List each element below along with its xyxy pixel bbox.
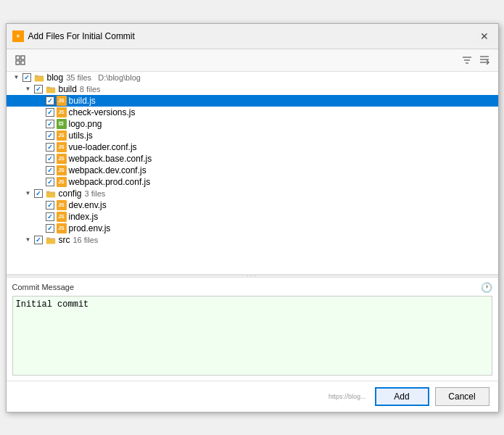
folder-icon-config bbox=[45, 188, 57, 199]
checkbox-webpack-base[interactable] bbox=[46, 154, 54, 163]
checkbox-build-js[interactable] bbox=[46, 96, 54, 105]
checkbox-check-versions[interactable] bbox=[46, 108, 54, 117]
checkbox-src[interactable] bbox=[34, 236, 43, 244]
add-button[interactable]: Add bbox=[375, 387, 429, 406]
expand-build-icon bbox=[24, 85, 33, 94]
tree-item-logo[interactable]: 🖼 logo.png bbox=[7, 118, 498, 130]
expand-empty-icon5 bbox=[36, 143, 44, 152]
tree-item-build[interactable]: build 8 files bbox=[7, 83, 498, 95]
dialog-icon: + bbox=[12, 30, 24, 42]
tree-item-utils-label: utils.js bbox=[69, 130, 93, 141]
svg-rect-4 bbox=[16, 61, 20, 65]
toolbar-right bbox=[459, 52, 492, 68]
checkbox-dev-env[interactable] bbox=[46, 201, 54, 210]
tree-item-build-js[interactable]: JS build.js bbox=[7, 95, 498, 107]
expand-blog-icon bbox=[12, 73, 21, 82]
commit-section: Commit Message 🕐 Initial commit bbox=[7, 278, 498, 381]
group-button[interactable] bbox=[12, 52, 28, 68]
expand-empty-icon7 bbox=[36, 166, 44, 175]
expand-empty-icon2 bbox=[36, 108, 44, 117]
tree-item-src[interactable]: src 16 files bbox=[7, 234, 498, 246]
tree-item-webpack-dev-label: webpack.dev.conf.js bbox=[69, 165, 146, 175]
js-file-icon6: JS bbox=[57, 165, 67, 175]
collapse-button[interactable] bbox=[476, 52, 492, 68]
tree-item-webpack-dev[interactable]: JS webpack.dev.conf.js bbox=[7, 165, 498, 176]
expand-empty-icon11 bbox=[36, 224, 44, 233]
expand-empty-icon4 bbox=[36, 131, 44, 140]
js-file-icon7: JS bbox=[57, 177, 67, 187]
title-bar-left: + Add Files For Initial Commit bbox=[12, 30, 135, 42]
svg-rect-5 bbox=[21, 61, 25, 65]
folder-icon-build bbox=[45, 84, 57, 94]
tree-item-config-label: config bbox=[59, 188, 82, 199]
expand-empty-icon bbox=[36, 96, 44, 105]
url-watermark: https://blog... bbox=[329, 393, 369, 400]
tree-item-build-label: build bbox=[59, 84, 77, 94]
checkbox-utils[interactable] bbox=[46, 131, 54, 140]
folder-icon-blog bbox=[33, 72, 45, 83]
tree-item-blog-meta: 35 files D:\blog\blog bbox=[66, 73, 141, 82]
filter-button[interactable] bbox=[459, 52, 475, 68]
tree-item-blog-label: blog bbox=[47, 72, 64, 83]
commit-textarea[interactable]: Initial commit bbox=[12, 296, 492, 376]
tree-item-utils[interactable]: JS utils.js bbox=[7, 130, 498, 141]
js-file-icon: JS bbox=[57, 96, 67, 106]
js-file-icon2: JS bbox=[57, 107, 67, 117]
svg-text:+: + bbox=[16, 33, 20, 40]
tree-item-webpack-base-label: webpack.base.conf.js bbox=[69, 154, 152, 164]
close-button[interactable]: ✕ bbox=[476, 28, 492, 44]
tree-item-dev-env[interactable]: JS dev.env.js bbox=[7, 199, 498, 211]
toolbar bbox=[7, 49, 498, 72]
expand-empty-icon3 bbox=[36, 120, 44, 128]
tree-item-src-meta: 16 files bbox=[73, 236, 99, 244]
clock-icon: 🕐 bbox=[481, 282, 492, 293]
js-file-icon5: JS bbox=[57, 154, 67, 164]
commit-label-text: Commit Message bbox=[12, 283, 75, 291]
expand-empty-icon8 bbox=[36, 178, 44, 186]
tree-item-config-meta: 3 files bbox=[85, 189, 106, 198]
tree-item-prod-env[interactable]: JS prod.env.js bbox=[7, 223, 498, 234]
dialog: + Add Files For Initial Commit ✕ bbox=[6, 23, 499, 413]
checkbox-webpack-prod[interactable] bbox=[46, 178, 54, 186]
checkbox-config[interactable] bbox=[34, 189, 43, 198]
tree-item-check-versions[interactable]: JS check-versions.js bbox=[7, 107, 498, 118]
tree-item-check-versions-label: check-versions.js bbox=[69, 107, 136, 117]
expand-empty-icon9 bbox=[36, 201, 44, 210]
js-file-icon10: JS bbox=[57, 223, 67, 233]
img-file-icon: 🖼 bbox=[57, 119, 67, 129]
checkbox-logo[interactable] bbox=[46, 120, 54, 128]
tree-item-src-label: src bbox=[59, 235, 70, 245]
expand-empty-icon6 bbox=[36, 154, 44, 163]
checkbox-webpack-dev[interactable] bbox=[46, 166, 54, 175]
tree-item-prod-env-label: prod.env.js bbox=[69, 223, 111, 233]
svg-rect-3 bbox=[21, 56, 25, 59]
checkbox-prod-env[interactable] bbox=[46, 224, 54, 233]
tree-item-vue-loader-label: vue-loader.conf.js bbox=[69, 142, 137, 152]
checkbox-index-js[interactable] bbox=[46, 212, 54, 221]
tree-item-vue-loader[interactable]: JS vue-loader.conf.js bbox=[7, 141, 498, 153]
tree-item-index-js[interactable]: JS index.js bbox=[7, 211, 498, 223]
tree-item-build-js-label: build.js bbox=[69, 96, 96, 106]
js-file-icon3: JS bbox=[57, 130, 67, 141]
tree-item-config[interactable]: config 3 files bbox=[7, 188, 498, 199]
tree-item-blog[interactable]: blog 35 files D:\blog\blog bbox=[7, 72, 498, 83]
checkbox-build[interactable] bbox=[34, 85, 43, 94]
tree-item-index-js-label: index.js bbox=[69, 212, 99, 222]
checkbox-vue-loader[interactable] bbox=[46, 143, 54, 152]
checkbox-blog[interactable] bbox=[22, 73, 31, 82]
js-file-icon8: JS bbox=[57, 200, 67, 210]
tree-item-build-meta: 8 files bbox=[80, 85, 101, 94]
tree-item-webpack-prod[interactable]: JS webpack.prod.conf.js bbox=[7, 176, 498, 188]
file-tree[interactable]: blog 35 files D:\blog\blog build 8 files… bbox=[7, 72, 498, 275]
button-row: https://blog... Add Cancel bbox=[7, 381, 498, 412]
tree-item-dev-env-label: dev.env.js bbox=[69, 200, 107, 210]
dialog-title: Add Files For Initial Commit bbox=[28, 31, 135, 41]
commit-label-row: Commit Message 🕐 bbox=[12, 282, 492, 293]
tree-item-webpack-prod-label: webpack.prod.conf.js bbox=[69, 177, 151, 187]
title-bar: + Add Files For Initial Commit ✕ bbox=[7, 24, 498, 49]
tree-item-logo-label: logo.png bbox=[69, 119, 102, 129]
folder-icon-src bbox=[45, 235, 57, 245]
cancel-button[interactable]: Cancel bbox=[435, 387, 489, 406]
svg-rect-2 bbox=[16, 56, 20, 59]
tree-item-webpack-base[interactable]: JS webpack.base.conf.js bbox=[7, 153, 498, 165]
